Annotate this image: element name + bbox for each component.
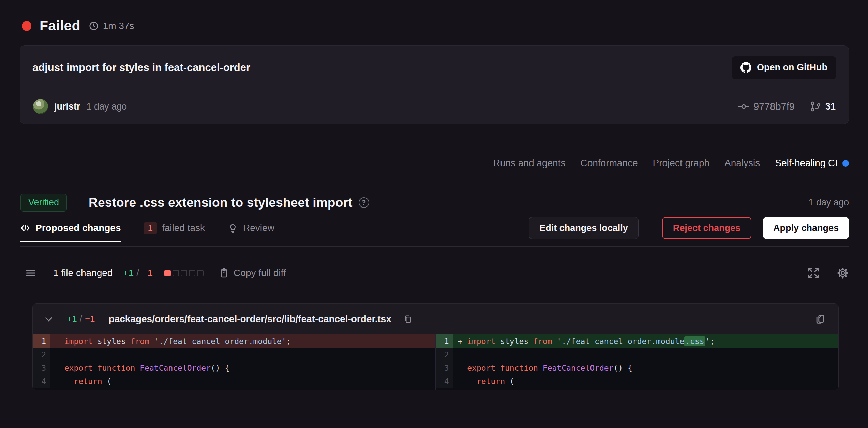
code-line: 1+ import styles from './feat-cancel-ord… [436, 334, 839, 348]
tab-proposed-changes[interactable]: Proposed changes [20, 223, 121, 233]
github-icon [740, 62, 751, 73]
diff-file-header: +1 / −1 packages/orders/feat-cancel-orde… [33, 304, 838, 334]
fix-tabs-row: Proposed changes 1 failed task Review Ed… [20, 217, 849, 247]
commit-time: 1 day ago [87, 101, 127, 112]
nav-runs-and-agents[interactable]: Runs and agents [493, 158, 566, 169]
gear-icon[interactable] [837, 267, 849, 279]
run-duration-text: 1m 37s [103, 20, 134, 31]
help-icon[interactable]: ? [359, 197, 369, 208]
diffstat-block [181, 270, 187, 276]
files-changed-label: 1 file changed [53, 268, 113, 279]
commit-sha: 9778b7f9 [753, 101, 795, 112]
page: Failed 1m 37s adjust import for styles i… [0, 0, 868, 390]
diff-pane-before[interactable]: 1- import styles from './feat-cancel-ord… [33, 334, 436, 390]
diff-card: +1 / −1 packages/orders/feat-cancel-orde… [32, 303, 839, 390]
code-content: return ( [453, 374, 839, 388]
author-avatar[interactable] [33, 99, 48, 114]
fix-actions: Edit changes locally Reject changes Appl… [529, 217, 849, 239]
deletions-count: −1 [142, 268, 153, 279]
nav-self-healing-ci-label: Self-healing CI [775, 158, 838, 169]
open-on-github-button[interactable]: Open on GitHub [732, 56, 836, 79]
code-content: export function FeatCancelOrder() { [50, 361, 435, 374]
copy-full-diff-button[interactable]: Copy full diff [219, 268, 286, 279]
diffstat-block [189, 270, 195, 276]
nav-project-graph[interactable]: Project graph [653, 158, 710, 169]
line-number: 3 [436, 361, 453, 374]
file-additions: +1 [67, 314, 77, 324]
file-stats-slash: / [80, 314, 82, 324]
commit-author: juristr 1 day ago [33, 99, 127, 114]
lightbulb-icon [227, 223, 238, 233]
commit-sha-group[interactable]: 9778b7f9 [738, 101, 795, 112]
line-number: 2 [436, 348, 453, 361]
fullscreen-icon[interactable] [807, 267, 820, 279]
commit-message: adjust import for styles in feat-cancel-… [32, 61, 250, 74]
edit-changes-locally-button[interactable]: Edit changes locally [529, 217, 639, 239]
commit-card-meta-row: juristr 1 day ago 9778b7f9 [20, 89, 849, 124]
open-on-github-label: Open on GitHub [757, 62, 827, 73]
diffstat-blocks [164, 270, 204, 276]
tab-review-label: Review [243, 223, 274, 233]
actions-divider [650, 218, 650, 238]
diff-toolbar-right [807, 267, 849, 279]
line-number: 4 [436, 374, 453, 388]
code-line: 3 export function FeatCancelOrder() { [436, 361, 839, 374]
copy-path-icon[interactable] [403, 314, 413, 324]
tab-failed-task-label: failed task [162, 223, 205, 233]
diff-file-path: packages/orders/feat-cancel-order/src/li… [109, 314, 391, 325]
code-content: + import styles from './feat-cancel-orde… [453, 334, 839, 348]
branch-count-group[interactable]: 31 [810, 101, 836, 112]
run-status-label: Failed [40, 18, 80, 34]
failed-status-dot [22, 21, 31, 31]
git-compare-icon [810, 101, 821, 112]
apply-changes-button[interactable]: Apply changes [763, 217, 849, 239]
code-content [453, 348, 839, 361]
branch-count: 31 [825, 101, 836, 112]
tab-failed-task[interactable]: 1 failed task [144, 222, 205, 234]
nav-self-healing-ci[interactable]: Self-healing CI [775, 158, 849, 169]
code-line: 2 [33, 348, 435, 361]
git-commit-icon [738, 101, 749, 112]
diff-file-stats: +1 / −1 [67, 314, 95, 324]
line-number: 1 [436, 334, 453, 348]
line-number: 4 [33, 374, 50, 388]
author-name: juristr [54, 101, 80, 112]
code-content: export function FeatCancelOrder() { [453, 361, 839, 374]
nav-conformance[interactable]: Conformance [580, 158, 638, 169]
failed-task-count-badge: 1 [144, 222, 157, 234]
copy-full-diff-label: Copy full diff [234, 268, 286, 279]
additions-count: +1 [123, 268, 134, 279]
fix-tabs: Proposed changes 1 failed task Review [20, 222, 274, 234]
diff-pane-after[interactable]: 1+ import styles from './feat-cancel-ord… [436, 334, 839, 390]
active-nav-dot [842, 160, 849, 167]
copy-file-diff-icon[interactable] [814, 313, 826, 325]
code-content: - import styles from './feat-cancel-orde… [50, 334, 435, 348]
file-deletions: −1 [85, 314, 95, 324]
diff-toolbar: 1 file changed +1 / −1 Copy full diff [20, 261, 849, 285]
code-line: 4 return ( [436, 374, 839, 388]
chevron-down-icon[interactable] [43, 313, 55, 325]
verified-badge: Verified [20, 194, 67, 212]
commit-card: adjust import for styles in feat-cancel-… [20, 45, 849, 124]
tab-proposed-changes-label: Proposed changes [35, 223, 121, 233]
code-line: 1- import styles from './feat-cancel-ord… [33, 334, 435, 348]
reject-changes-button[interactable]: Reject changes [662, 217, 751, 239]
tab-review[interactable]: Review [227, 223, 274, 233]
code-line: 3 export function FeatCancelOrder() { [33, 361, 435, 374]
clipboard-icon [219, 268, 229, 279]
diff-toolbar-left: 1 file changed +1 / −1 Copy full diff [25, 267, 286, 279]
diffstat-slash: / [136, 268, 139, 279]
diffstat-block [173, 270, 179, 276]
file-list-menu-icon[interactable] [25, 267, 37, 279]
nav-analysis[interactable]: Analysis [724, 158, 760, 169]
fix-time: 1 day ago [808, 197, 849, 208]
code-icon [20, 223, 31, 233]
fix-title: Restore .css extension to stylesheet imp… [89, 196, 353, 210]
code-content: return ( [50, 374, 435, 388]
fix-header: Verified Restore .css extension to style… [20, 172, 849, 212]
diff-split-view: 1- import styles from './feat-cancel-ord… [33, 334, 838, 390]
commit-meta: 9778b7f9 31 [738, 101, 836, 112]
line-number: 3 [33, 361, 50, 374]
clock-icon [89, 21, 99, 31]
line-number: 2 [33, 348, 50, 361]
